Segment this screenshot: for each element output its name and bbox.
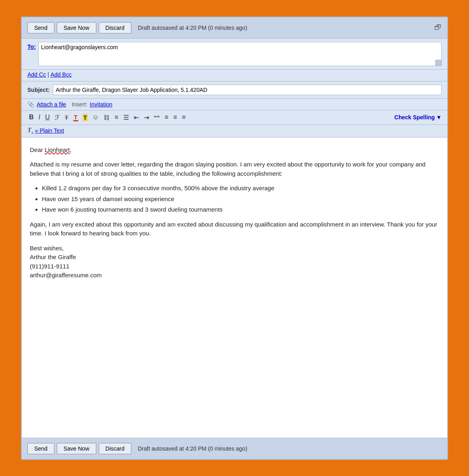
smiley-button[interactable]: ☺ xyxy=(91,113,100,122)
email-paragraph-2: Again, I am very excited about this oppo… xyxy=(30,220,439,238)
align-right-button[interactable]: ≡ xyxy=(180,113,187,122)
signature-line-4: arthur@girafferesume.com xyxy=(30,271,439,280)
align-center-button[interactable]: ≡ xyxy=(172,113,178,122)
subject-input[interactable] xyxy=(53,85,442,95)
indent-less-button[interactable]: ⇤ xyxy=(132,113,141,122)
strikethrough-button[interactable]: T xyxy=(63,113,70,122)
unordered-list-button[interactable]: ☰ xyxy=(122,113,131,122)
email-body: Dear Lionheart, Attached is my resume an… xyxy=(22,137,447,438)
email-bullets: Killed 1.2 dragons per day for 3 consecu… xyxy=(42,184,439,214)
format-toolbar: B I U ℱ T T T ☺ ⛓ ≡ ☰ ⇤ ⇥ ““ ≡ ≡ ≡ Check… xyxy=(22,110,447,125)
underline-button[interactable]: U xyxy=(44,113,52,122)
save-now-button-top[interactable]: Save Now xyxy=(57,22,96,33)
top-toolbar: Send Save Now Discard Draft autosaved at… xyxy=(22,17,447,39)
subject-section: Subject: xyxy=(22,81,447,99)
tx-icon: Tx xyxy=(27,127,33,135)
bullet-item-1: Killed 1.2 dragons per day for 3 consecu… xyxy=(42,184,439,193)
blockquote-button[interactable]: ““ xyxy=(152,113,162,122)
recipient-name: Lionheart xyxy=(45,146,70,153)
email-compose-window: Send Save Now Discard Draft autosaved at… xyxy=(21,17,448,460)
discard-button-bottom[interactable]: Discard xyxy=(99,443,131,454)
insert-label: Insert: xyxy=(68,101,87,108)
subject-label: Subject: xyxy=(27,87,50,93)
to-input[interactable]: Lionheart@gragonslayers.com xyxy=(38,42,442,66)
bold-button[interactable]: B xyxy=(27,113,35,122)
cc-bcc-separator: | xyxy=(48,71,49,78)
align-left-button[interactable]: ≡ xyxy=(163,113,170,122)
autosave-status-bottom: Draft autosaved at 4:20 PM (0 minutes ag… xyxy=(138,445,442,452)
italic-button[interactable]: I xyxy=(37,113,42,122)
email-greeting: Dear Lionheart, xyxy=(30,146,439,155)
popout-icon[interactable]: 🗗 xyxy=(434,23,442,32)
bottom-toolbar: Send Save Now Discard Draft autosaved at… xyxy=(22,438,447,459)
email-signature: Best wishes, Arthur the Giraffe (911)911… xyxy=(30,244,439,280)
paperclip-icon: 📎 xyxy=(27,101,34,108)
attach-row: 📎 Attach a file Insert: Invitation xyxy=(22,99,447,110)
to-section: To: Lionheart@gragonslayers.com xyxy=(22,39,447,70)
bullet-item-2: Have over 15 years of damsel wooing expe… xyxy=(42,195,439,204)
font-button[interactable]: ℱ xyxy=(53,113,62,122)
signature-line-2: Arthur the Giraffe xyxy=(30,253,439,262)
to-label: To: xyxy=(27,42,36,50)
bullet-item-3: Have won 6 jousting tournaments and 3 sw… xyxy=(42,205,439,214)
cc-bcc-row: Add Cc | Add Bcc xyxy=(22,70,447,81)
indent-more-button[interactable]: ⇥ xyxy=(142,113,151,122)
email-paragraph-1: Attached is my resume and cover letter, … xyxy=(30,160,439,178)
add-bcc-link[interactable]: Add Bcc xyxy=(51,71,72,78)
plain-text-link[interactable]: « Plain Text xyxy=(35,127,64,134)
ordered-list-button[interactable]: ≡ xyxy=(113,113,120,122)
signature-line-1: Best wishes, xyxy=(30,244,439,253)
invitation-link[interactable]: Invitation xyxy=(90,101,112,108)
send-button-bottom[interactable]: Send xyxy=(27,443,54,454)
autosave-status-top: Draft autosaved at 4:20 PM (0 minutes ag… xyxy=(138,25,432,31)
check-spelling-arrow: ▼ xyxy=(436,114,442,121)
save-now-button-bottom[interactable]: Save Now xyxy=(57,443,96,454)
plain-text-row: Tx « Plain Text xyxy=(22,125,447,137)
signature-line-3: (911)911-9111 xyxy=(30,262,439,271)
add-cc-link[interactable]: Add Cc xyxy=(27,71,46,78)
attach-file-link[interactable]: Attach a file xyxy=(37,101,66,108)
highlight-button[interactable]: T xyxy=(81,113,89,122)
link-button[interactable]: ⛓ xyxy=(102,113,111,122)
send-button-top[interactable]: Send xyxy=(27,22,54,33)
check-spelling-button[interactable]: Check Spelling ▼ xyxy=(394,114,442,121)
font-color-T-button[interactable]: T xyxy=(72,113,80,122)
discard-button-top[interactable]: Discard xyxy=(99,22,131,33)
